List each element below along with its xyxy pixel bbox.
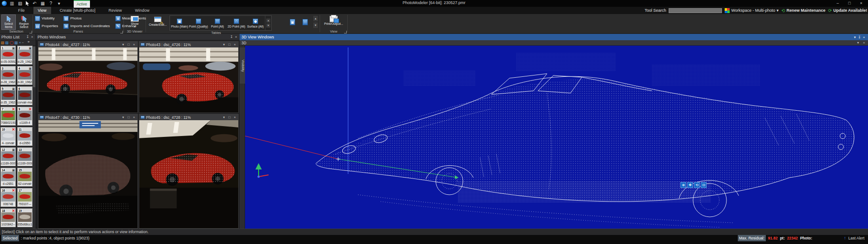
- tool-search-input[interactable]: [669, 8, 722, 13]
- region-zoom-icon[interactable]: ⊡: [701, 182, 707, 188]
- maximize-icon[interactable]: □: [127, 115, 131, 119]
- selection-dialog-launcher[interactable]: [29, 31, 32, 33]
- pane-toggle-button[interactable]: ⊞ Imports and Coordinates: [63, 23, 110, 29]
- pane-toggle-button[interactable]: ▧ Photos: [63, 15, 110, 22]
- 3d-window-titlebar[interactable]: 3D ▾ ×: [240, 40, 868, 46]
- caret-down-icon[interactable]: ▾: [853, 35, 857, 39]
- pan-icon[interactable]: ✥: [687, 182, 693, 188]
- properties-icon[interactable]: ▥: [14, 41, 18, 45]
- maximize-icon[interactable]: □: [227, 42, 231, 47]
- alert-arrow-icon[interactable]: ↑: [844, 235, 846, 241]
- 3d-viewport[interactable]: ⊕ ✥ ⟲ ⊡: [245, 46, 868, 229]
- select-items-button[interactable]: Select Items: [2, 15, 15, 29]
- ribbon-scroll-up-icon[interactable]: ▲: [313, 16, 318, 21]
- spin-down-icon[interactable]: ▾: [266, 23, 270, 28]
- photo-thumbnail[interactable]: 4 d-30_1962m: [17, 66, 33, 85]
- zoom-out-icon[interactable]: −: [22, 41, 24, 45]
- photo-thumbnail[interactable]: 2 d-25_1962m: [17, 46, 33, 65]
- photo-list-scrollbar[interactable]: [33, 46, 36, 229]
- pin-icon[interactable]: ↧: [229, 35, 234, 39]
- photo-thumbnail[interactable]: 19 655d68cc13: [17, 208, 33, 227]
- photo-window-titlebar[interactable]: Photo44 : dsc_4727 : 11% ▾ □ ×: [38, 42, 137, 47]
- photo-window-47[interactable]: Photo47 : dsc_4730 : 11% ▾ □ ×: [38, 114, 138, 229]
- window-menu-icon[interactable]: ▾: [222, 42, 226, 47]
- ribbon-tab[interactable]: File: [14, 7, 29, 14]
- photo-thumbnail[interactable]: 14 d-c2651: [0, 168, 16, 187]
- print-output-button[interactable]: Print/Output...: [322, 15, 345, 29]
- workspace-selector[interactable]: Workspace - Multi-photo ▾: [725, 8, 778, 13]
- filter-icon[interactable]: ◯: [9, 41, 14, 45]
- photo-thumbnail[interactable]: 3 d-28_1962m: [0, 66, 16, 85]
- window-menu-icon[interactable]: ▾: [856, 41, 860, 45]
- window-menu-icon[interactable]: ▾: [222, 115, 226, 119]
- export-photos-icon[interactable]: ▨: [5, 41, 9, 45]
- photo-thumbnail[interactable]: 18 1020842--: [0, 208, 16, 227]
- window-menu-icon[interactable]: ▾: [121, 42, 125, 47]
- open-table-button[interactable]: ∷ Point (Quality): [189, 16, 208, 30]
- photo-content[interactable]: [38, 47, 137, 113]
- close-icon[interactable]: ×: [132, 115, 136, 119]
- import-photos-icon[interactable]: ▧: [1, 41, 5, 45]
- maximize-icon[interactable]: □: [227, 115, 231, 119]
- ribbon-scroll-down-icon[interactable]: ▼: [313, 23, 318, 28]
- visibility-collapsed-tab[interactable]: Visibility: [240, 47, 245, 84]
- maximize-icon[interactable]: □: [127, 42, 131, 47]
- photo-thumbnail[interactable]: 12 c1169-0009: [0, 147, 16, 166]
- photo-window-45[interactable]: Photo45 : dsc_4728 : 11% ▾ □ ×: [139, 114, 239, 229]
- photo-content[interactable]: [139, 120, 238, 228]
- photo-thumbnail[interactable]: 7 7086021915: [0, 107, 16, 126]
- active-license-badge[interactable]: Active: [74, 0, 90, 8]
- point-table-window-button[interactable]: ∷: [301, 18, 310, 26]
- rotate-icon[interactable]: ⟲: [694, 182, 700, 188]
- open-table-button[interactable]: ▣ Photo (Main): [170, 16, 189, 30]
- photo-window-43[interactable]: Photo43 : dsc_4726 : 11% ▾ □ ×: [139, 41, 239, 113]
- ribbon-tab[interactable]: Review: [104, 7, 127, 14]
- view-dialog-launcher[interactable]: [344, 31, 347, 33]
- close-button[interactable]: ×: [855, 0, 867, 6]
- photo-thumbnail[interactable]: 11 d-c2650: [17, 127, 33, 146]
- photo-thumbnail[interactable]: 13 c1169-0008: [17, 147, 33, 166]
- close-icon[interactable]: ×: [132, 42, 136, 47]
- pane-toggle-button[interactable]: ▤ Properties: [35, 23, 58, 29]
- photo-window-titlebar[interactable]: Photo47 : dsc_4730 : 11% ▾ □ ×: [38, 114, 137, 120]
- close-icon[interactable]: ×: [30, 35, 34, 39]
- close-icon[interactable]: ×: [862, 41, 866, 45]
- create-edit-table-button[interactable]: ⚙ Create/Edit...: [148, 16, 168, 30]
- show-dropdown-icon[interactable]: ▾: [134, 25, 135, 28]
- photo-window-titlebar[interactable]: Photo45 : dsc_4728 : 11% ▾ □ ×: [139, 114, 238, 120]
- panes-dialog-launcher[interactable]: [120, 31, 123, 33]
- open-table-button[interactable]: ◆ Surface (All): [246, 16, 265, 30]
- region-select-button[interactable]: Region Select: [17, 15, 31, 29]
- maximize-button[interactable]: □: [844, 0, 855, 6]
- pin-icon[interactable]: ↧: [857, 35, 862, 39]
- last-alert-button[interactable]: Last Alert: [849, 235, 864, 241]
- open-table-button[interactable]: ∴ 2D Point (All): [227, 16, 246, 30]
- photo-thumbnail[interactable]: 17 793107---: [17, 188, 33, 207]
- close-icon[interactable]: ×: [862, 35, 866, 39]
- photo-content[interactable]: [38, 120, 137, 228]
- photo-thumbnail[interactable]: 15 62-corvair: [17, 168, 33, 187]
- update-available-link[interactable]: ⟳ Update Available!: [828, 8, 867, 13]
- spin-up-icon[interactable]: ▴: [266, 19, 270, 23]
- photo-content[interactable]: [139, 47, 238, 113]
- window-menu-icon[interactable]: ▾: [121, 115, 125, 119]
- pin-icon[interactable]: ↧: [25, 35, 30, 39]
- pane-toggle-button[interactable]: ◫ Visibility: [35, 15, 58, 22]
- close-icon[interactable]: ×: [234, 35, 238, 39]
- overflow-chevron-icon[interactable]: »: [28, 40, 29, 44]
- photo-thumbnail[interactable]: 5 d-35_1962m: [0, 86, 16, 105]
- zoom-extents-icon[interactable]: ⊕: [680, 182, 686, 188]
- photo-thumbnail[interactable]: 10 4- corvair: [0, 127, 16, 146]
- photo-table-window-button[interactable]: ▣: [288, 18, 297, 26]
- photo-window-titlebar[interactable]: Photo43 : dsc_4726 : 11% ▾ □ ×: [139, 42, 238, 47]
- show-3d-viewer-button[interactable]: Show ▾: [128, 15, 142, 29]
- photo-thumbnail[interactable]: 16 006748: [0, 188, 16, 207]
- photo-window-44[interactable]: Photo44 : dsc_4727 : 11% ▾ □ ×: [38, 41, 138, 113]
- photo-thumbnail[interactable]: 9 c1169-4: [17, 107, 33, 126]
- photo-thumbnail[interactable]: 1 d-05-00592-: [0, 46, 16, 65]
- photo-thumbnail[interactable]: 6 corvair-mon: [17, 86, 33, 105]
- ribbon-tab[interactable]: Window: [130, 7, 154, 14]
- close-icon[interactable]: ×: [233, 115, 237, 119]
- open-table-button[interactable]: ∷ Point (All): [208, 16, 227, 30]
- close-icon[interactable]: ×: [233, 42, 237, 47]
